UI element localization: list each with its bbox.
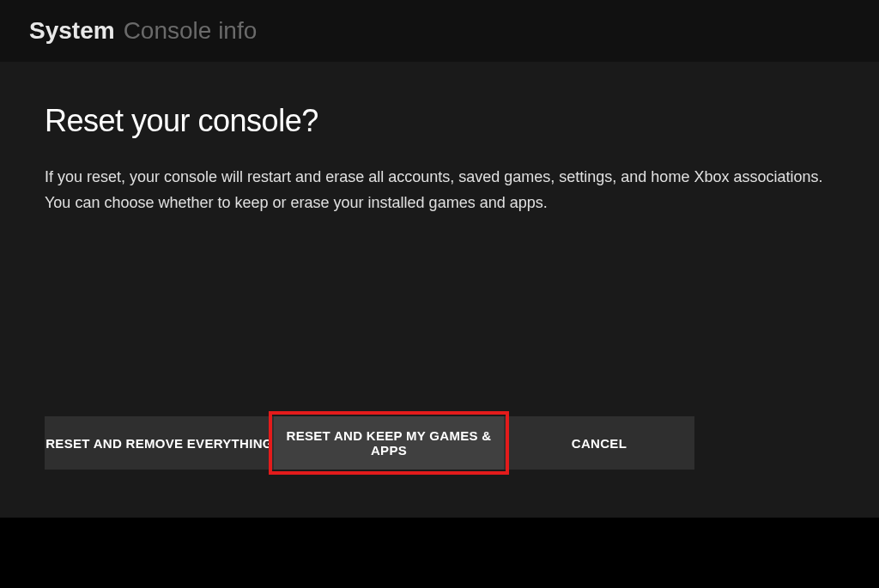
bottom-bar <box>0 518 879 588</box>
reset-keep-label: RESET AND KEEP MY GAMES & APPS <box>274 428 504 458</box>
breadcrumb-secondary: Console info <box>124 17 258 45</box>
dialog-description: If you reset, your console will restart … <box>45 165 834 215</box>
reset-remove-everything-button[interactable]: RESET AND REMOVE EVERYTHING <box>45 416 274 470</box>
breadcrumb-primary: System <box>29 17 115 45</box>
button-row: RESET AND REMOVE EVERYTHING RESET AND KE… <box>45 416 694 470</box>
cancel-button[interactable]: CANCEL <box>504 416 694 470</box>
dialog-panel: Reset your console? If you reset, your c… <box>0 62 879 518</box>
reset-keep-games-apps-button[interactable]: RESET AND KEEP MY GAMES & APPS <box>274 416 504 470</box>
dialog-title: Reset your console? <box>45 103 834 139</box>
header-bar: System Console info <box>0 0 879 62</box>
